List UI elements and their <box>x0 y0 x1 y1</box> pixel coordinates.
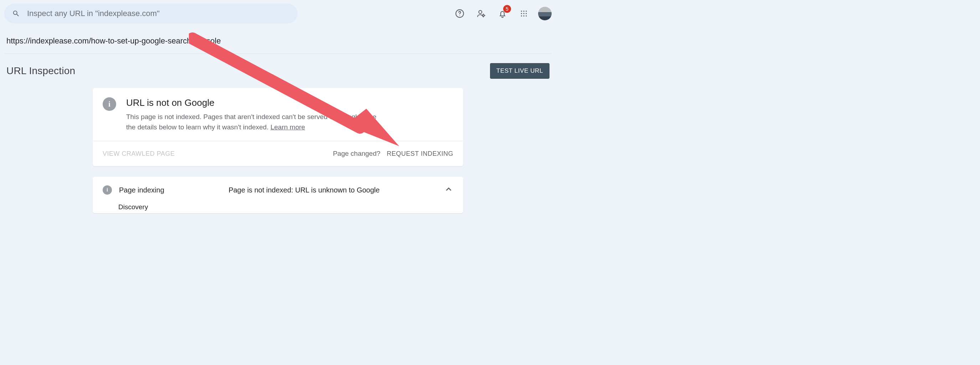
help-button[interactable] <box>452 6 468 21</box>
svg-point-6 <box>526 10 527 11</box>
svg-point-10 <box>521 15 522 16</box>
info-icon: i <box>103 185 112 194</box>
avatar[interactable] <box>538 7 552 20</box>
svg-point-7 <box>521 13 522 14</box>
svg-point-9 <box>526 13 527 14</box>
info-icon: i <box>103 97 116 111</box>
svg-point-5 <box>523 10 524 11</box>
view-crawled-page-button: VIEW CRAWLED PAGE <box>103 150 175 158</box>
notifications-button[interactable]: 5 <box>495 6 510 21</box>
test-live-url-button[interactable]: TEST LIVE URL <box>490 63 549 79</box>
indexing-card: i Page indexing Page is not indexed: URL… <box>93 177 463 213</box>
svg-point-8 <box>523 13 524 14</box>
notification-badge: 5 <box>503 5 511 13</box>
search-placeholder: Inspect any URL in "indexplease.com" <box>27 9 160 18</box>
person-settings-icon <box>476 9 486 18</box>
search-input-pill[interactable]: Inspect any URL in "indexplease.com" <box>4 3 298 24</box>
status-heading: URL is not on Google <box>126 97 383 108</box>
learn-more-link[interactable]: Learn more <box>270 123 305 131</box>
svg-point-3 <box>482 14 484 16</box>
users-button[interactable] <box>473 6 489 21</box>
search-icon <box>12 10 20 18</box>
apps-icon <box>520 10 527 17</box>
inspected-url: https://indexplease.com/how-to-set-up-go… <box>0 25 556 53</box>
help-icon <box>455 9 465 18</box>
request-indexing-button[interactable]: REQUEST INDEXING <box>387 150 453 158</box>
page-title: URL Inspection <box>6 65 75 77</box>
discovery-label: Discovery <box>93 203 463 213</box>
chevron-up-icon <box>444 185 453 195</box>
indexing-status: Page is not indexed: URL is unknown to G… <box>228 186 380 194</box>
svg-point-1 <box>459 15 460 16</box>
status-card: i URL is not on Google This page is not … <box>93 88 463 166</box>
svg-point-11 <box>523 15 524 16</box>
svg-point-12 <box>526 15 527 16</box>
status-description: This page is not indexed. Pages that are… <box>126 112 383 132</box>
svg-point-4 <box>521 10 522 11</box>
svg-point-2 <box>479 10 482 14</box>
indexing-label: Page indexing <box>119 186 164 194</box>
apps-button[interactable] <box>516 6 532 21</box>
page-changed-label: Page changed? <box>333 150 380 158</box>
indexing-expand-row[interactable]: i Page indexing Page is not indexed: URL… <box>93 177 463 203</box>
